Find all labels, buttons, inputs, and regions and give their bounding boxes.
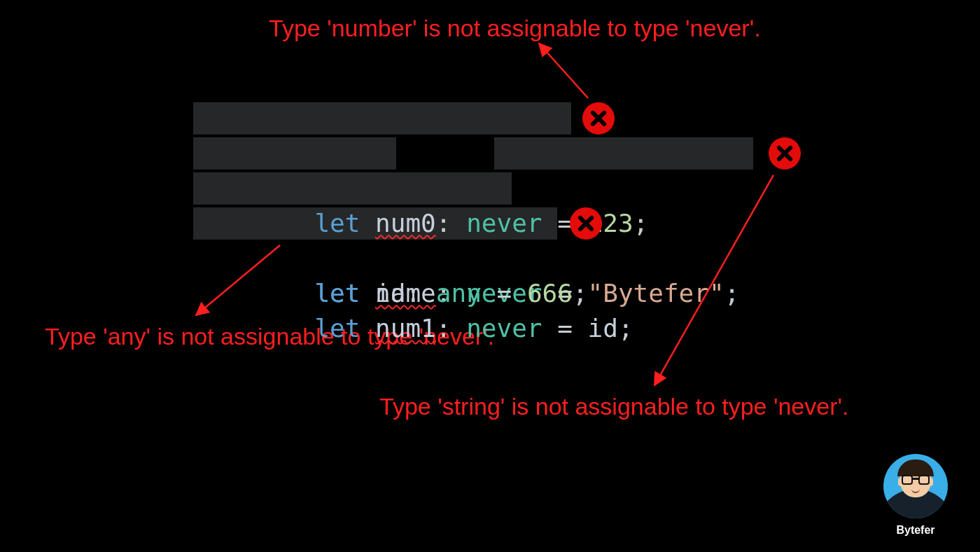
keyword-let: let (314, 314, 375, 343)
number-literal: 666 (527, 279, 573, 308)
annotation-string-error: Type 'string' is not assignable to type … (379, 392, 848, 421)
identifier-num1: num1 (375, 314, 436, 343)
slide-canvas: Type 'number' is not assignable to type … (0, 0, 980, 552)
colon: : (436, 209, 466, 237)
code-line-3: let id: any = 666; (193, 171, 739, 206)
colon: : (436, 314, 466, 343)
equals: = (482, 279, 527, 308)
code-block: let num0: never = 123; let name: never =… (193, 101, 739, 241)
author-badge: Bytefer (883, 454, 948, 537)
semicolon: ; (573, 279, 588, 308)
error-icon (570, 207, 602, 240)
keyword-let: let (314, 279, 375, 308)
type-any: any (436, 279, 482, 308)
code-line-2: let name: never = "Bytefer"; (193, 136, 739, 171)
colon: : (405, 279, 435, 308)
code-line-1: let num0: never = 123; (193, 101, 739, 136)
semicolon: ; (634, 209, 649, 237)
error-icon (769, 137, 801, 170)
type-never: never (466, 314, 542, 343)
author-avatar (883, 454, 948, 518)
string-literal: "Bytefer" (588, 279, 724, 308)
identifier-id-ref: id (588, 314, 618, 343)
author-name: Bytefer (883, 524, 948, 537)
error-icon (582, 102, 615, 134)
svg-line-0 (539, 43, 588, 98)
equals: = (542, 314, 588, 343)
type-never: never (466, 209, 542, 237)
keyword-let: let (314, 209, 375, 237)
semicolon: ; (724, 279, 740, 308)
identifier-num0: num0 (375, 209, 436, 237)
semicolon: ; (618, 314, 634, 343)
annotation-number-error: Type 'number' is not assignable to type … (269, 14, 761, 43)
identifier-id: id (375, 279, 405, 308)
